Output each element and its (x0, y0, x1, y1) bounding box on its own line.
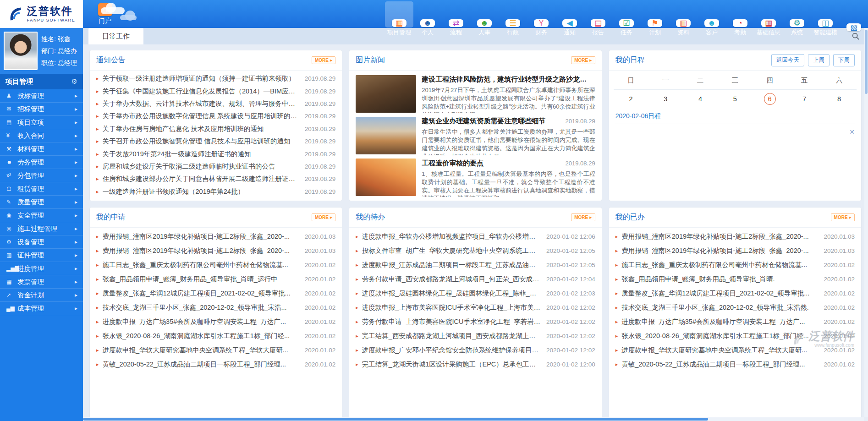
module-button[interactable]: ▤ 报告 (584, 1, 612, 27)
vertical-scrollbar-thumb[interactable] (865, 30, 868, 94)
notice-item[interactable]: ▸ 关于举办市政公用设施数字化管理信息 系统建设与应用培训班的通知 2019.0… (96, 110, 335, 122)
notice-item[interactable]: ▸ 关于领取一级注册建造师增项证的通知（须持一建证书前来领取） 2019.08.… (96, 72, 335, 85)
application-item[interactable]: ▸ 技术交底_龙湖三千里小区_张鑫_2020-12-02_领导审批_宋浩... … (96, 301, 335, 315)
more-button[interactable]: MORE▶ (571, 56, 595, 64)
close-icon[interactable]: ✕ (849, 128, 855, 136)
calendar-date[interactable]: 8 (822, 90, 857, 108)
module-button[interactable]: ☰ 行政 (499, 1, 527, 27)
sidebar-menu-item[interactable]: ▤ 项目立项 ▸ (0, 116, 83, 129)
module-button[interactable]: ⚑ 计划 (641, 1, 669, 27)
sidebar-menu-item[interactable]: ☻ 劳务管理 ▸ (0, 156, 83, 169)
sidebar-menu-item[interactable]: ▄▆ 成本管理 ▸ (0, 302, 83, 315)
notice-item[interactable]: ▸ 关于召开市政公用设施智慧化管理 信息技术与应用培训班的通知 2019.08.… (96, 135, 335, 148)
next-week-button[interactable]: 下周 (833, 54, 855, 66)
application-item[interactable]: ▸ 费用报销_潼南区2019年绿化补贴项目-施工2标段_张鑫_2020-... … (96, 244, 335, 258)
horizontal-scrollbar-thumb[interactable] (83, 418, 708, 421)
sidebar-menu-item[interactable]: ✉ 招标管理 ▸ (0, 103, 83, 116)
application-item[interactable]: ▸ 质量整改_张鑫_华润12城房建工程项目_2021-02-02_领导审批...… (96, 286, 335, 301)
module-button[interactable]: ⚙ 系统 (783, 1, 811, 27)
done-item[interactable]: ▸ 技术交底_龙湖三千里小区_张鑫_2020-12-02_领导审批_宋浩然. 2… (615, 301, 855, 315)
horizontal-scrollbar[interactable] (83, 417, 864, 421)
todo-item[interactable]: ▸ 进度款申报_江苏成品油二期项目一标段工程_江苏成品油二期项... 2020-… (356, 258, 595, 272)
notice-item[interactable]: ▸ 住房和城乡建设部办公厅关于同意吉林省开展二级建造师注册证书电... 2019… (96, 173, 335, 185)
module-button[interactable]: ☑ 任务 (612, 1, 641, 27)
notice-item[interactable]: ▸ 关于征集《中国建筑施工行业信息化发展报告（2014）—BIM应用与发... … (96, 85, 335, 97)
done-item[interactable]: ▸ 张鑫_用品领用申请_账簿_财务用品_领导审批_肖晴. 2020.01.02 (615, 272, 855, 286)
calendar-date[interactable]: 4 (683, 90, 718, 108)
more-button[interactable]: MORE▶ (831, 213, 855, 221)
done-item[interactable]: ▸ 张永银_2020-08-26_湖南洞庭湖水库引水工程施工1标_部门经... … (615, 329, 855, 343)
sidebar-menu-item[interactable]: ♟ 投标管理 ▸ (0, 89, 83, 103)
application-item[interactable]: ▸ 施工日志_张鑫_重庆太极制药有限公司亳州中药材仓储物流基... 2020.0… (96, 258, 335, 272)
todo-item[interactable]: ▸ 进度款申报_上海市美容医院ICU手术室净化工程_上海市美容医... 2020… (356, 301, 595, 315)
done-item[interactable]: ▸ 费用报销_潼南区2019年绿化补贴项目-施工2标段_张鑫_2020-... … (615, 244, 855, 258)
sidebar-menu-item[interactable]: ▂▅▇ 进度管理 ▸ (0, 262, 83, 275)
done-item[interactable]: ▸ 质量整改_张鑫_华润12城房建工程项目_2021-02-02_领导审批...… (615, 286, 855, 301)
calendar-date[interactable]: 6 (753, 90, 787, 108)
module-button[interactable]: ▧ (840, 1, 868, 27)
sidebar-menu-item[interactable]: ✎ 质量管理 ▸ (0, 196, 83, 209)
sidebar-menu-item[interactable]: ¥ 收入合同 ▸ (0, 129, 83, 142)
news-item[interactable]: 工程造价审核的要点 2019.08.29 1、核准工程量。工程量是编制决算最基本… (356, 158, 595, 197)
application-item[interactable]: ▸ 进度款申报_万达广场35#会所及咖啡厅空调安装工程_万达广... 2020.… (96, 315, 335, 329)
module-button[interactable]: ¥ 财务 (527, 1, 555, 27)
notice-item[interactable]: ▸ 关于发放2019年第24批一级建造师注册证书的通知 2019.08.29 (96, 148, 335, 160)
todo-item[interactable]: ▸ 进度款申报_晟硅园林绿化工程_晟硅园林绿化工程_陈菲_陈菲 2020-01-… (356, 286, 595, 301)
notice-item[interactable]: ▸ 关于举办住房与房地产信息化 技术及应用培训班的通知 2019.08.29 (96, 123, 335, 135)
done-item[interactable]: ▸ 费用报销_潼南区2019年绿化补贴项目-施工2标段_张鑫_2020-... … (615, 230, 855, 244)
more-button[interactable]: MORE▶ (312, 213, 335, 221)
module-button[interactable]: ☻ 个人 (413, 1, 442, 27)
module-button[interactable]: ☻ 人事 (470, 1, 499, 27)
notice-item[interactable]: ▸ 房屋和城乡建设厅关于取消二级建造师临时执业证书的公告 2019.08.29 (96, 160, 335, 173)
notice-item[interactable]: ▸ 一级建造师注册证书领取通知（2019年第24批） 2019.08.29 (96, 186, 335, 198)
sidebar-menu-item[interactable]: ☖ 租赁管理 ▸ (0, 182, 83, 196)
done-item[interactable]: ▸ 进度款申报_华软大厦研究基地中央空调系统工程_华软大厦研... 2020.0… (615, 343, 855, 357)
more-button[interactable]: MORE▶ (571, 213, 595, 221)
module-button[interactable]: ◀ 通知 (555, 1, 584, 27)
sidebar-menu-item[interactable]: ▦ 发票管理 ▸ (0, 275, 83, 289)
done-item[interactable]: ▸ 黄敏_2020-05-22_江苏成品油二期项目—标段工程_部门经理... 2… (615, 357, 855, 372)
sidebar-menu-item[interactable]: ◉ 安全管理 ▸ (0, 209, 83, 222)
application-item[interactable]: ▸ 张永银_2020-08-26_湖南洞庭湖水库引水工程施工1标_部门经... … (96, 329, 335, 343)
news-item[interactable]: 建筑企业办理建筑资质需要注意哪些细节 2019.08.29 在日常生活中，很多人… (356, 116, 595, 155)
calendar-date[interactable]: 7 (787, 90, 822, 108)
sidebar-menu-item[interactable]: ⚙ 设备管理 ▸ (0, 235, 83, 249)
application-item[interactable]: ▸ 费用报销_潼南区2019年绿化补贴项目-施工2标段_张鑫_2020-... … (96, 230, 335, 244)
notice-item[interactable]: ▸ 关于举办大数据、云计算技术在城市建设、规划、管理与服务中的应... 2019… (96, 98, 335, 110)
todo-item[interactable]: ▸ 完工结算_龙湖天街城1区设计采购施工（EPC）总承包工程_龙... 2020… (356, 357, 595, 372)
todo-item[interactable]: ▸ 投标文件审查_胡广生_华软大厦研究基地中央空调系统工程_20... 2020… (356, 244, 595, 258)
module-button[interactable]: ◔ 考勤 (726, 1, 754, 27)
module-button[interactable]: ◫ 智能建模 (811, 1, 840, 27)
search-icon[interactable] (852, 32, 860, 40)
application-item[interactable]: ▸ 黄敏_2020-05-22_江苏成品油二期项目—标段工程_部门经理... 2… (96, 357, 335, 372)
back-to-today-button[interactable]: 返回今天 (771, 54, 804, 66)
sidebar-menu-item[interactable]: ◎ 施工过程管理 ▸ (0, 222, 83, 235)
sidebar-menu-item[interactable]: ↗ 资金计划 ▸ (0, 289, 83, 302)
vertical-scrollbar[interactable] (864, 28, 868, 417)
module-button[interactable]: ▥ 资料 (669, 1, 698, 27)
calendar-date[interactable]: 3 (648, 90, 683, 108)
module-button[interactable]: ▦ 基础信息 (754, 1, 783, 27)
application-item[interactable]: ▸ 张鑫_用品领用申请_账簿_财务用品_领导审批_肖晴_运行中 2020.01.… (96, 272, 335, 286)
todo-item[interactable]: ▸ 完工结算_西安成都路龙湖上河城项目_西安成都路龙湖上河城项... 2020-… (356, 329, 595, 343)
todo-item[interactable]: ▸ 劳务付款申请_上海市美容医院ICU手术室净化工程_李若岩_上... 2020… (356, 315, 595, 329)
avatar[interactable] (4, 32, 38, 70)
sidebar-menu-item[interactable]: ▥ 证件管理 ▸ (0, 249, 83, 262)
calendar-date[interactable]: 5 (718, 90, 753, 108)
module-button[interactable]: ☻ 客户 (698, 1, 726, 27)
module-button[interactable]: ▦ 项目管理 (385, 1, 413, 27)
tab-daily-work[interactable]: 日常工作 (88, 28, 143, 44)
calendar-date[interactable]: 2 (614, 90, 648, 108)
gear-icon[interactable]: ⚙ (71, 77, 77, 86)
news-item[interactable]: 建设工程法律风险防范，建筑行业转型升级之路沙龙活动 2019年7月27日下午，土… (356, 74, 595, 113)
todo-item[interactable]: ▸ 进度款申报_华软办公楼增加视频监控项目_华软办公楼增加视频... 2020-… (356, 230, 595, 244)
sidebar-menu-item[interactable]: ⚒ 材料管理 ▸ (0, 142, 83, 156)
done-item[interactable]: ▸ 进度款申报_万达广场35#会所及咖啡厅空调安装工程_万达广... 2020.… (615, 315, 855, 329)
sidebar-menu-item[interactable]: x² 分包管理 ▸ (0, 169, 83, 182)
todo-item[interactable]: ▸ 劳务付款申请_西安成都路龙湖上河城项目_何正荣_西安成都路... 2020-… (356, 272, 595, 286)
more-button[interactable]: MORE▶ (312, 56, 335, 64)
todo-item[interactable]: ▸ 进度款申报_广安邓小平纪念馆安全防范系统维护保养项目_广安... 2020-… (356, 343, 595, 357)
previous-week-button[interactable]: 上周 (808, 54, 830, 66)
done-item[interactable]: ▸ 施工日志_张鑫_重庆太极制药有限公司亳州中药材仓储物流基... 2020.0… (615, 258, 855, 272)
module-button[interactable]: ⇄ 流程 (442, 1, 470, 27)
